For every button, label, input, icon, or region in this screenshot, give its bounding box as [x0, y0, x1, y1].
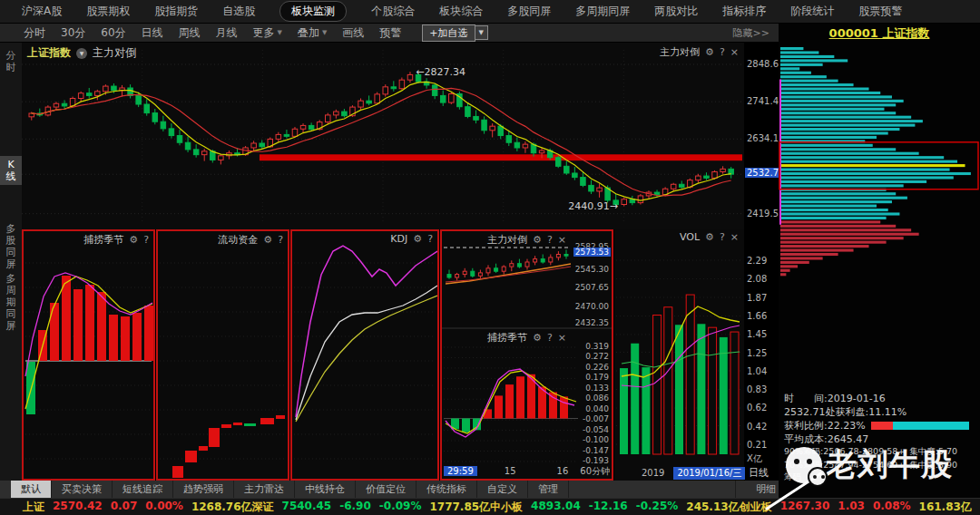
panel-header: KDJ ⚙ ? [390, 233, 433, 245]
panel-kdj[interactable]: KDJ ⚙ ? [290, 229, 439, 481]
toolbar-item-月线[interactable]: 月线 [216, 25, 238, 41]
menu-item-阶段统计[interactable]: 阶段统计 [790, 4, 834, 19]
add-watchlist-button[interactable]: +加自选 [422, 24, 475, 42]
period-label[interactable]: 60分钟 [580, 465, 610, 478]
status-value: 245.13亿 [686, 500, 739, 515]
tab-默认[interactable]: 默认 [11, 481, 52, 498]
add-watchlist-dropdown[interactable]: ▼ [475, 25, 488, 40]
menu-item-沪深A股[interactable]: 沪深A股 [22, 4, 62, 19]
menu-item-自选股[interactable]: 自选股 [222, 4, 255, 19]
p4a-axis-label: 2432.35 [575, 318, 609, 327]
vol-axis-label: 0.62 [747, 403, 767, 413]
tab-趋势强弱[interactable]: 趋势强弱 [173, 481, 234, 498]
close-icon[interactable]: × [558, 234, 566, 246]
help-icon[interactable]: ? [427, 233, 433, 245]
chart-symbol-label[interactable]: 上证指数 [27, 45, 71, 61]
gear-icon[interactable]: ⚙ [533, 332, 542, 344]
price-axis: X亿 日线 2848.692741.412634.132419.562532.7… [744, 43, 779, 515]
toolbar-item-叠加[interactable]: 叠加▼ [298, 25, 327, 41]
right-quote-panel: 000001 上证指数 时 间:2019-01-162532.71处获利盘:11… [779, 24, 980, 498]
help-icon[interactable]: ? [278, 234, 283, 246]
toolbar-item-60分[interactable]: 60分 [101, 25, 125, 41]
tab-传统指标[interactable]: 传统指标 [416, 481, 477, 498]
panel-volume[interactable]: VOL ⚙ ? × 2019 2019/01/16/三 [614, 229, 744, 481]
p4b-axis-label: 0.179 [585, 373, 609, 382]
toolbar-item-周线[interactable]: 周线 [179, 25, 201, 41]
info-row: 获利比例:22.23% [784, 419, 978, 432]
info-text: 2532.71处获利盘:11.11% [784, 405, 906, 419]
gear-icon[interactable]: ⚙ [413, 233, 422, 245]
status-value: 4893.04 [531, 500, 581, 515]
menu-item-股票期权[interactable]: 股票期权 [86, 4, 130, 19]
help-icon[interactable]: ? [547, 234, 553, 246]
sidebar-item-分时[interactable]: 分时 [0, 47, 22, 76]
p4a-axis-label: 2545.30 [575, 265, 609, 274]
menu-item-股指期货[interactable]: 股指期货 [154, 4, 198, 19]
date-tag: 2019/01/16/三 [673, 467, 745, 480]
panel-header: 主力对倒 ⚙ ? × [487, 233, 566, 247]
tab-中线持仓[interactable]: 中线持仓 [295, 481, 356, 498]
app-window: 沪深A股股票期权股指期货自选股板块监测个股综合板块综合多股同屏多周期同屏两股对比… [0, 0, 980, 515]
gear-icon[interactable]: ⚙ [533, 234, 542, 246]
panel-60min-group[interactable]: 主力对倒 ⚙ ? × 捕捞季节 ⚙ ? × 2582.952545.302507… [440, 229, 613, 481]
profit-ratio-bar [871, 422, 969, 430]
tab-主力雷达[interactable]: 主力雷达 [234, 481, 295, 498]
toolbar-item-预警[interactable]: 预警 [379, 25, 401, 41]
chart-indicator-label[interactable]: 主力对倒 [93, 45, 136, 61]
help-icon[interactable]: ? [143, 234, 149, 246]
year-label: 2019 [642, 468, 664, 478]
gear-icon[interactable]: ⚙ [705, 231, 714, 243]
gear-icon[interactable]: ⚙ [129, 234, 138, 246]
close-icon[interactable]: × [730, 231, 739, 243]
info-row: 2532.71处获利盘:11.11% [784, 405, 978, 419]
menu-item-两股对比[interactable]: 两股对比 [654, 4, 698, 19]
menu-item-多股同屏[interactable]: 多股同屏 [507, 4, 551, 19]
hide-link[interactable]: 隐藏>> [733, 26, 769, 40]
close-icon[interactable]: × [730, 46, 739, 58]
tab-自定义[interactable]: 自定义 [477, 481, 528, 498]
panel-header: 捕捞季节 ⚙ ? [83, 233, 149, 247]
panel-bulao-season-daily[interactable]: 捕捞季节 ⚙ ? [22, 229, 155, 481]
chevron-down-icon[interactable]: ▼ [76, 48, 87, 59]
help-icon[interactable]: ? [720, 46, 725, 58]
help-icon[interactable]: ? [547, 332, 553, 344]
tab-价值定位[interactable]: 价值定位 [356, 481, 416, 498]
panel-header: VOL ⚙ ? × [680, 231, 739, 243]
sidebar-item-多周期同屏[interactable]: 多周期同屏 [0, 270, 22, 335]
menu-item-多周期同屏[interactable]: 多周期同屏 [575, 4, 630, 19]
toolbar-item-30分[interactable]: 30分 [61, 25, 85, 41]
toolbar-item-画线[interactable]: 画线 [342, 25, 364, 41]
close-icon[interactable]: × [558, 332, 566, 344]
main-chart[interactable]: ←2827.342440.91→ 上证指数 ▼ 主力对倒 主力对倒 ⚙ ? × [22, 43, 744, 229]
p4b-axis-label: 0.133 [585, 384, 609, 393]
time-tag: 29:59 [444, 466, 477, 476]
gear-icon[interactable]: ⚙ [263, 234, 272, 246]
tab-短线追踪[interactable]: 短线追踪 [113, 481, 173, 498]
menu-item-板块监测[interactable]: 板块监测 [279, 1, 347, 22]
tab-买卖决策[interactable]: 买卖决策 [52, 481, 113, 498]
sidebar-item-K线[interactable]: K线 [0, 156, 22, 185]
toolbar-item-日线[interactable]: 日线 [142, 25, 163, 41]
menu-item-股票预警[interactable]: 股票预警 [858, 4, 902, 19]
menu-item-个股综合[interactable]: 个股综合 [371, 4, 415, 19]
menu-item-板块综合[interactable]: 板块综合 [439, 4, 483, 19]
chevron-down-icon: ▼ [322, 29, 327, 36]
panel-title: 流动资金 [218, 233, 258, 247]
sidebar-item-多股同屏[interactable]: 多股同屏 [0, 220, 22, 273]
bottom-tab-bar: 默认买卖决策短线追踪趋势强弱主力雷达中线持仓价值定位传统指标自定义管理 [0, 481, 735, 498]
toolbar-item-更多[interactable]: 更多▼ [253, 25, 282, 41]
tab-管理[interactable]: 管理 [528, 481, 569, 498]
period-label[interactable]: 日线 [749, 466, 769, 480]
info-text: 时 间:2019-01-16 [784, 392, 886, 405]
p4a-axis-label: 2470.00 [575, 302, 609, 311]
panel-fund-flow[interactable]: 流动资金 ⚙ ? [156, 229, 289, 481]
indicator-panels: 捕捞季节 ⚙ ? 流动资金 ⚙ ? KDJ ⚙ ? 主力对倒 [22, 229, 744, 481]
toolbar-item-分时[interactable]: 分时 [24, 25, 45, 41]
menu-item-指标排序[interactable]: 指标排序 [722, 4, 766, 19]
chip-distribution-chart[interactable] [779, 44, 980, 281]
status-value: -6.90 [339, 500, 371, 515]
help-icon[interactable]: ? [720, 231, 725, 243]
gear-icon[interactable]: ⚙ [705, 46, 714, 58]
status-value: 深证 [252, 500, 274, 515]
p4b-axis-label: 0.319 [585, 342, 609, 351]
